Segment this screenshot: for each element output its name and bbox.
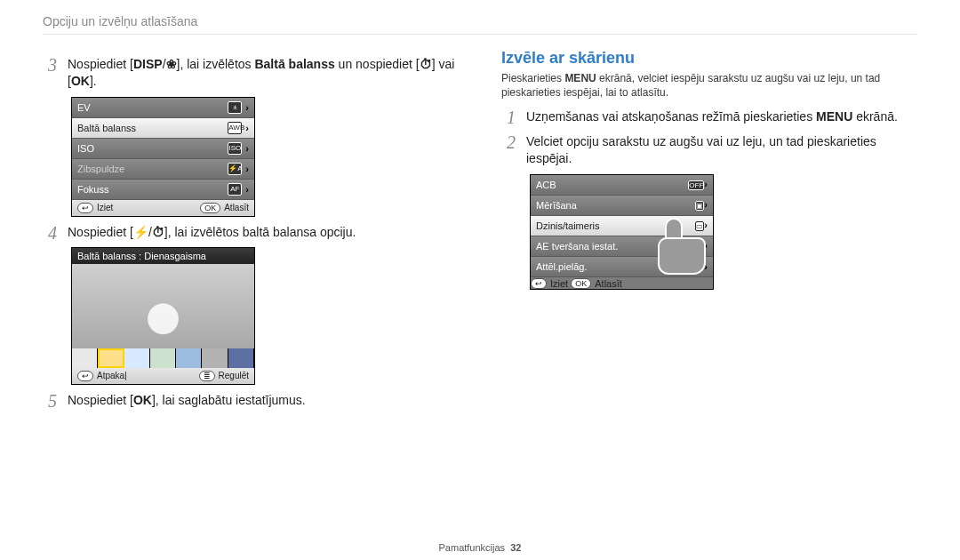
menu-icon: MENU (564, 72, 596, 84)
step-number: 4 (43, 224, 62, 242)
soft-key-select[interactable]: OKAtlasīt (200, 203, 249, 213)
metering-icon: ▣ (695, 201, 704, 211)
wb-photo-preview (72, 264, 254, 348)
soft-key-back2[interactable]: ↩Atpakaļ (77, 371, 126, 381)
touch-row-metering[interactable]: Mērīšana ▣› (531, 196, 713, 216)
step-number: 1 (501, 108, 521, 126)
touch-row-drive[interactable]: Dzinis/taimeris ▭› (531, 216, 713, 236)
drive-icon: ▭ (695, 221, 704, 231)
disp-icon: DISP (133, 57, 163, 71)
step-number: 3 (43, 56, 62, 74)
wb-preview-screenshot: Baltā balanss : Dienasgaisma ↩Atpakaļ ≣R… (71, 247, 255, 385)
page-header: Opciju un izvēlņu atlasīšana (43, 14, 917, 35)
timer-icon: ⏱ (152, 225, 164, 239)
flower-icon: ❀ (166, 57, 177, 71)
section-intro: Pieskarieties MENU ekrānā, velciet iespē… (501, 71, 917, 100)
timer-icon: ⏱ (420, 57, 432, 71)
left-column: 3 Nospiediet [DISP/❀], lai izvēlētos Bal… (43, 49, 459, 415)
touch-soft-back[interactable]: ↩Iziet (531, 278, 568, 289)
menu-row-ev[interactable]: EV ±› (72, 98, 254, 118)
ok-icon: OK (71, 74, 90, 88)
right-column: Izvēle ar skārienu Pieskarieties MENU ek… (501, 49, 917, 415)
touch-row-ae-area[interactable]: AE tveršana iestat. ⎁› (531, 236, 713, 257)
wb-title: Baltā balanss : Dienasgaisma (72, 248, 254, 264)
step-number: 5 (43, 392, 62, 410)
section-heading: Izvēle ar skārienu (501, 49, 917, 68)
menu-row-focus[interactable]: Fokuss AF› (72, 180, 254, 200)
ev-icon: ± (228, 101, 242, 114)
page-footer: Pamatfunkcijas 32 (0, 542, 960, 553)
wb-swatch-selected[interactable] (98, 348, 124, 368)
menu-row-iso[interactable]: ISO ISO› (72, 139, 254, 159)
camera-menu-screenshot: EV ±› Baltā balanss AWB› ISO ISO› Zibspu… (71, 97, 255, 217)
soft-key-back[interactable]: ↩Iziet (77, 203, 113, 213)
af-icon: AF (228, 183, 242, 196)
menu-row-flash[interactable]: Zibspuldze ⚡A› (72, 159, 254, 180)
ok-icon: OK (133, 393, 152, 407)
step-text: Nospiediet [OK], lai saglabātu iestatīju… (68, 392, 459, 409)
acb-off-icon: OFF (688, 180, 704, 190)
touch-row-acb[interactable]: ACB OFF› (531, 175, 713, 196)
soft-key-adjust[interactable]: ≣Regulēt (199, 371, 249, 381)
touch-row-image-adj[interactable]: Attēl.pielāg. › (531, 257, 713, 277)
flash-icon: ⚡ (133, 225, 148, 239)
touch-soft-select[interactable]: OKAtlasīt (571, 278, 622, 289)
wb-swatches[interactable] (72, 348, 254, 368)
touch-menu-screenshot: ACB OFF› Mērīšana ▣› Dzinis/taimeris ▭› … (530, 174, 714, 290)
step-text: Nospiediet [⚡/⏱], lai izvēlētos baltā ba… (68, 224, 459, 241)
step-text: Nospiediet [DISP/❀], lai izvēlētos Baltā… (68, 56, 459, 90)
awb-icon: AWB (228, 122, 242, 134)
menu-icon: MENU (816, 109, 852, 124)
step-text: Uzņemšanas vai atskaņošanas režīmā piesk… (526, 108, 917, 125)
flash-icon: ⚡A (228, 163, 242, 175)
step-number: 2 (501, 133, 521, 151)
menu-row-wb[interactable]: Baltā balanss AWB› (72, 118, 254, 139)
iso-icon: ISO (228, 142, 242, 155)
step-text: Velciet opciju sarakstu uz augšu vai uz … (526, 133, 917, 167)
